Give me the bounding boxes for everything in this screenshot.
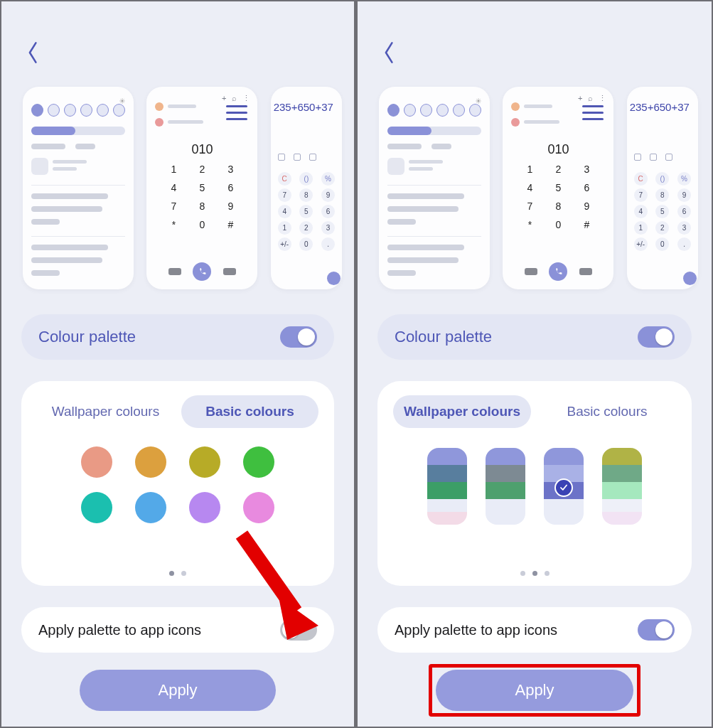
apply-palette-icons-toggle[interactable] [638,619,675,641]
more-icon: ⋮ [242,94,250,103]
calc-icon [665,154,672,161]
colour-palette-title: Colour palette [395,328,492,346]
palette-swatch[interactable] [427,448,467,525]
tab-basic-colours[interactable]: Basic colours [181,395,318,428]
apply-button-label: Apply [515,681,554,700]
equals-icon [683,272,697,285]
preview-quick-settings [23,87,134,289]
colour-swatch[interactable] [81,492,112,523]
wifi-icon [387,104,400,117]
pager [21,571,334,576]
colour-palette-title: Colour palette [38,328,136,346]
colour-swatch[interactable] [135,446,166,478]
back-button[interactable] [26,41,41,68]
video-call-icon [168,268,181,275]
colour-picker-card: Wallpaper colours Basic colours [21,381,334,586]
svg-point-0 [122,100,123,102]
apply-palette-icons-row[interactable]: Apply palette to app icons [21,607,334,653]
colour-palette-row[interactable]: Colour palette [377,314,692,360]
rotate-icon [436,104,449,117]
screenshot-left: +⌕⋮ 010 123 456 789 *0# 235+650+37 C()% [1,1,354,727]
bluetooth-icon [404,104,416,117]
colour-palette-toggle[interactable] [280,326,317,348]
pager [377,571,692,576]
tab-wallpaper-colours[interactable]: Wallpaper colours [393,395,531,428]
colour-palette-toggle[interactable] [638,326,675,348]
search-icon: ⌕ [232,94,237,103]
call-button [549,262,567,281]
preview-dialer: +⌕⋮ 010 123 456 789 *0# [146,87,257,289]
preview-calculator: 235+650+37 C()% 789 456 123 +/-0. [627,87,698,289]
palette-swatch[interactable] [602,448,642,525]
wifi-icon [31,104,43,117]
colour-picker-card: Wallpaper colours Basic colours [377,381,692,586]
dialer-display: 010 [146,142,257,157]
sound-icon [64,104,76,117]
apply-palette-icons-label: Apply palette to app icons [395,622,557,638]
history-icon [634,154,641,161]
apply-button[interactable]: Apply [436,670,633,711]
plus-icon: + [578,94,582,103]
bluetooth-icon [48,104,60,117]
preview-dialer: +⌕⋮ 010 123 456 789 *0# [503,87,613,289]
colour-swatch[interactable] [81,446,112,478]
previews-row: +⌕⋮ 010 123 456 789 *0# 235+650+37 C()% [1,87,354,293]
ruler-icon [294,154,301,161]
svg-point-2 [478,100,479,102]
back-button[interactable] [382,41,397,68]
dialer-display: 010 [503,142,613,157]
screenshot-right: +⌕⋮ 010 123 456 789 *0# 235+650+37 C()% [358,1,712,727]
colour-swatch[interactable] [135,492,166,523]
tab-basic-colours[interactable]: Basic colours [538,395,676,428]
gear-icon [119,94,125,100]
apply-palette-icons-row[interactable]: Apply palette to app icons [377,607,692,653]
more-icon: ⋮ [599,94,606,103]
colour-swatch[interactable] [189,446,220,478]
flashlight-icon [113,104,125,117]
apply-palette-icons-toggle[interactable] [280,619,317,641]
airplane-icon [97,104,109,117]
palette-swatch[interactable] [486,448,525,525]
sound-icon [420,104,432,117]
equals-icon [327,272,341,285]
apply-button-label: Apply [158,681,197,700]
palette-swatch[interactable] [544,448,584,525]
previews-row: +⌕⋮ 010 123 456 789 *0# 235+650+37 C()% [358,87,712,293]
tab-wallpaper-colours[interactable]: Wallpaper colours [37,395,174,428]
call-button [193,262,211,281]
colour-swatch[interactable] [243,492,274,523]
calc-expression: 235+650+37 [630,101,690,113]
preview-calculator: 235+650+37 C()% 789 456 123 +/-0. [271,87,342,289]
apply-button[interactable]: Apply [80,670,276,711]
search-icon: ⌕ [588,94,593,103]
backspace-icon [223,268,236,275]
calc-expression: 235+650+37 [274,101,333,113]
gear-icon [476,94,481,100]
video-call-icon [525,268,537,275]
backspace-icon [579,268,592,275]
colour-swatch[interactable] [189,492,220,523]
rotate-icon [80,104,92,117]
calc-icon [309,154,316,161]
ruler-icon [650,154,657,161]
apply-palette-icons-label: Apply palette to app icons [38,622,201,638]
colour-swatch[interactable] [243,446,274,478]
colour-palette-row[interactable]: Colour palette [21,314,334,360]
airplane-icon [453,104,465,117]
history-icon [278,154,285,161]
flashlight-icon [469,104,481,117]
preview-quick-settings [379,87,490,289]
check-icon [554,478,573,497]
plus-icon: + [222,94,226,103]
